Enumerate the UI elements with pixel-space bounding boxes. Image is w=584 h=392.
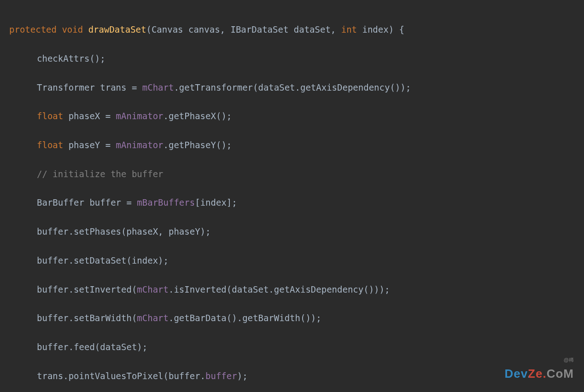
code-line: trans.pointValuesToPixel(buffer.buffer); bbox=[9, 369, 575, 383]
code-line: protected void drawDataSet(Canvas canvas… bbox=[9, 23, 575, 37]
code-line: buffer.setPhases(phaseX, phaseY); bbox=[9, 225, 575, 239]
code-line: buffer.setBarWidth(mChart.getBarData().g… bbox=[9, 311, 575, 325]
code-line: buffer.setDataSet(index); bbox=[9, 254, 575, 268]
code-line: checkAttrs(); bbox=[9, 52, 575, 66]
code-line: float phaseX = mAnimator.getPhaseX(); bbox=[9, 109, 575, 123]
watermark-small: @稀 bbox=[504, 356, 574, 364]
code-line: buffer.setInverted(mChart.isInverted(dat… bbox=[9, 282, 575, 297]
code-line: float phaseY = mAnimator.getPhaseY(); bbox=[9, 138, 575, 152]
watermark: @稀 DevZe.CoM bbox=[504, 356, 574, 384]
code-line: buffer.feed(dataSet); bbox=[9, 340, 575, 354]
watermark-logo: DevZe.CoM bbox=[504, 364, 574, 384]
code-editor[interactable]: protected void drawDataSet(Canvas canvas… bbox=[9, 8, 575, 392]
code-line: Transformer trans = mChart.getTransforme… bbox=[9, 81, 575, 95]
code-line: BarBuffer buffer = mBarBuffers[index]; bbox=[9, 196, 575, 210]
code-line: // initialize the buffer bbox=[9, 167, 575, 181]
